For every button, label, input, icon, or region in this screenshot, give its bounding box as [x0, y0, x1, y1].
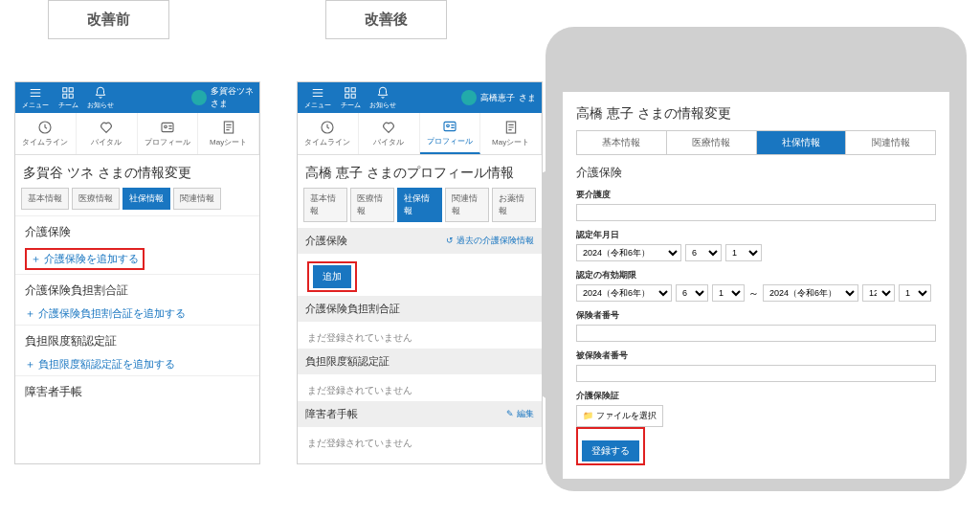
user-chip[interactable]: 高橋恵子 さま [461, 90, 536, 105]
bell-icon [376, 86, 390, 100]
label-certdate: 認定年月日 [576, 229, 936, 241]
select-to-day[interactable]: 1 [899, 284, 931, 302]
add-gendo-link[interactable]: ＋ 負担限度額認定証を追加する [25, 357, 175, 372]
page-title: 高橋 恵子 さまのプロフィール情報 [298, 155, 542, 188]
tab-timeline[interactable]: タイムライン [15, 113, 77, 154]
sub-tabs: 基本情報 医療情報 社保情報 関連情報 [15, 188, 259, 215]
svg-rect-5 [162, 123, 173, 131]
add-kaigo-link[interactable]: ＋ 介護保険を追加する [31, 252, 139, 266]
submit-button[interactable]: 登録する [582, 440, 639, 462]
subtab-related[interactable]: 関連情報 [173, 188, 221, 210]
section-futan-head: 介護保険負担割合証 [298, 296, 542, 322]
edit-panel: 高橋 恵子 さまの情報変更 基本情報 医療情報 社保情報 関連情報 介護保険 要… [563, 92, 949, 479]
team-button[interactable]: チーム [336, 86, 365, 110]
tab-profile[interactable]: プロフィール [138, 113, 199, 154]
subtab-social[interactable]: 社保情報 [122, 188, 170, 210]
select-cert-year[interactable]: 2024（令和6年） [576, 244, 681, 261]
subtab-meds[interactable]: お薬情報 [492, 188, 536, 222]
section-kaigo: 介護保険 ＋ 介護保険を追加する [15, 215, 259, 274]
notice-label: お知らせ [87, 101, 114, 110]
subtab-basic[interactable]: 基本情報 [21, 188, 69, 210]
svg-point-14 [447, 124, 450, 127]
section-kaigo-head: 介護保険 過去の介護保険情報 [298, 228, 542, 254]
section-futan: 介護保険負担割合証 ＋ 介護保険負担割合証を追加する [15, 274, 259, 325]
user-name: 多賀谷ツネ [211, 86, 254, 96]
menu-button[interactable]: メニュー [21, 86, 50, 110]
section-heading: 介護保険 [25, 224, 250, 240]
past-link[interactable]: 過去の介護保険情報 [446, 235, 534, 247]
tab-sheet-label: Mayシート [210, 137, 247, 147]
ptab-basic[interactable]: 基本情報 [577, 131, 667, 154]
notice-button[interactable]: お知らせ [86, 86, 115, 110]
tab-vital-label: バイタル [373, 137, 404, 147]
bell-icon [94, 86, 107, 100]
avatar [461, 90, 477, 105]
tab-profile[interactable]: プロフィール [420, 113, 481, 154]
tab-timeline[interactable]: タイムライン [298, 113, 359, 154]
subtab-medical[interactable]: 医療情報 [72, 188, 120, 210]
popover-wrap: 高橋 恵子 さまの情報変更 基本情報 医療情報 社保情報 関連情報 介護保険 要… [546, 27, 967, 491]
section-gendo-head: 負担限度額認定証 [298, 349, 542, 374]
subtab-related[interactable]: 関連情報 [445, 188, 489, 222]
sub-tabs: 基本情報 医療情報 社保情報 関連情報 お薬情報 [298, 188, 542, 228]
select-to-month[interactable]: 12 [862, 284, 895, 302]
input-insuredno[interactable] [576, 365, 936, 382]
tab-profile-label: プロフィール [427, 136, 473, 146]
avatar [191, 90, 207, 105]
subtab-basic[interactable]: 基本情報 [303, 188, 347, 222]
section-heading: 介護保険 [305, 234, 347, 248]
select-from-day[interactable]: 1 [712, 284, 745, 302]
section-heading: 介護保険負担割合証 [25, 282, 250, 299]
tab-sheet[interactable]: Mayシート [198, 113, 259, 154]
team-button[interactable]: チーム [54, 86, 82, 110]
svg-rect-13 [444, 122, 456, 130]
svg-rect-11 [351, 94, 355, 98]
tab-vital[interactable]: バイタル [77, 113, 138, 154]
label-cert: 介護保険証 [576, 390, 936, 402]
select-from-month[interactable]: 6 [676, 284, 708, 302]
sheet-icon [221, 120, 236, 135]
svg-rect-10 [345, 94, 349, 98]
tab-sheet[interactable]: Mayシート [480, 113, 542, 154]
ptab-medical[interactable]: 医療情報 [667, 131, 757, 154]
edit-link[interactable]: 編集 [506, 408, 534, 420]
input-level[interactable] [576, 204, 936, 221]
user-chip[interactable]: 多賀谷ツネさま [191, 85, 254, 110]
select-cert-day[interactable]: 1 [725, 244, 762, 261]
notice-button[interactable]: お知らせ [368, 86, 397, 110]
select-to-year[interactable]: 2024（令和6年） [763, 284, 858, 302]
id-icon [160, 120, 175, 135]
section-heading: 介護保険負担割合証 [305, 302, 400, 316]
svg-rect-0 [63, 87, 67, 91]
tab-vital-label: バイタル [91, 137, 122, 147]
ptab-social[interactable]: 社保情報 [757, 131, 847, 154]
section-gendo: まだ登録されていません [298, 374, 542, 401]
empty-text: まだ登録されていません [307, 435, 532, 450]
add-futan-link[interactable]: ＋ 介護保険負担割合証を追加する [25, 306, 186, 321]
file-picker[interactable]: 📁 ファイルを選択 [576, 405, 663, 427]
add-button[interactable]: 追加 [313, 265, 351, 288]
menu-label: メニュー [304, 101, 331, 110]
ptab-related[interactable]: 関連情報 [846, 131, 935, 154]
main-tabs: タイムライン バイタル プロフィール Mayシート [298, 113, 542, 155]
grid-icon [344, 86, 357, 100]
highlight-box: 追加 [307, 261, 357, 292]
user-suffix: さま [211, 99, 228, 108]
app-header: メニュー チーム お知らせ 高橋恵子 さま [298, 82, 542, 113]
section-heading: 負担限度額認定証 [305, 354, 390, 369]
select-from-year[interactable]: 2024（令和6年） [576, 284, 672, 302]
menu-button[interactable]: メニュー [303, 86, 332, 110]
subtab-social[interactable]: 社保情報 [397, 188, 441, 222]
id-icon [442, 119, 457, 134]
menu-label: メニュー [22, 101, 49, 110]
input-insno[interactable] [576, 325, 936, 342]
subtab-medical[interactable]: 医療情報 [350, 188, 394, 222]
svg-rect-8 [345, 87, 349, 91]
svg-rect-1 [69, 87, 73, 91]
tab-timeline-label: タイムライン [22, 137, 68, 147]
select-cert-month[interactable]: 6 [685, 244, 722, 261]
label-level: 要介護度 [576, 189, 936, 201]
label-insuredno: 被保険者番号 [576, 349, 936, 362]
tab-vital[interactable]: バイタル [359, 113, 420, 154]
section-techo-head: 障害者手帳 編集 [298, 401, 542, 427]
